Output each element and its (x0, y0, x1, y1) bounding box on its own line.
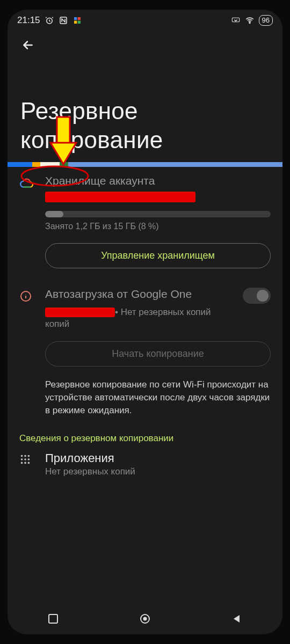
storage-title: Хранилище аккаунта (45, 174, 271, 187)
svg-point-14 (21, 455, 23, 457)
svg-rect-23 (49, 614, 57, 623)
alarm-icon (45, 16, 54, 25)
storage-usage-text: Занято 1,2 ГБ из 15 ГБ (8 %) (45, 222, 271, 231)
storage-segmented-bar (8, 162, 282, 167)
nav-back-button[interactable] (221, 610, 253, 628)
manage-storage-button[interactable]: Управление хранилищем (45, 243, 271, 268)
svg-rect-4 (74, 21, 77, 24)
google-one-title: Автозагрузка от Google One (45, 288, 237, 301)
svg-rect-2 (74, 17, 77, 20)
svg-point-17 (21, 458, 23, 460)
keyboard-dismiss-icon (231, 16, 241, 25)
nav-recent-button[interactable] (37, 610, 69, 628)
google-one-status-line2: копий (45, 319, 271, 330)
battery-pct: 96 (262, 16, 270, 25)
svg-rect-3 (77, 17, 80, 20)
battery-indicator: 96 (259, 15, 273, 26)
apps-title: Приложения (45, 451, 271, 465)
start-backup-button[interactable]: Начать копирование (45, 341, 271, 367)
svg-point-25 (143, 617, 147, 621)
status-bar: 21:15 96 (8, 10, 282, 31)
svg-point-7 (249, 23, 250, 24)
apps-row[interactable]: Приложения Нет резервных копий (19, 451, 271, 477)
google-one-toggle[interactable] (243, 288, 271, 304)
wifi-backup-note: Резервное копирование по сети Wi-Fi прои… (8, 367, 282, 417)
wifi-icon (245, 16, 255, 25)
svg-marker-26 (234, 615, 240, 623)
apps-sub: Нет резервных копий (45, 466, 271, 477)
redacted-device-name (45, 308, 115, 317)
google-one-status: • Нет резервных копий (115, 307, 211, 318)
info-icon (19, 288, 45, 367)
svg-point-19 (28, 458, 30, 460)
svg-rect-5 (77, 21, 80, 24)
apps-grid-icon (19, 451, 45, 477)
svg-point-16 (28, 455, 30, 457)
puzzle-icon (73, 16, 82, 25)
system-nav-bar (8, 608, 282, 634)
backup-info-header: Сведения о резервном копировании (8, 417, 282, 447)
nfc-icon (59, 16, 68, 25)
storage-progress-bar (45, 211, 271, 217)
cloud-icon (19, 174, 45, 268)
redacted-account-email (45, 192, 195, 202)
status-time: 21:15 (17, 15, 40, 26)
svg-point-22 (28, 462, 30, 464)
page-title: Резервное копирование (8, 59, 282, 162)
back-button[interactable] (17, 34, 39, 56)
nav-home-button[interactable] (129, 610, 161, 628)
svg-point-18 (24, 458, 26, 460)
svg-point-15 (24, 455, 26, 457)
svg-point-20 (21, 462, 23, 464)
svg-point-21 (24, 462, 26, 464)
